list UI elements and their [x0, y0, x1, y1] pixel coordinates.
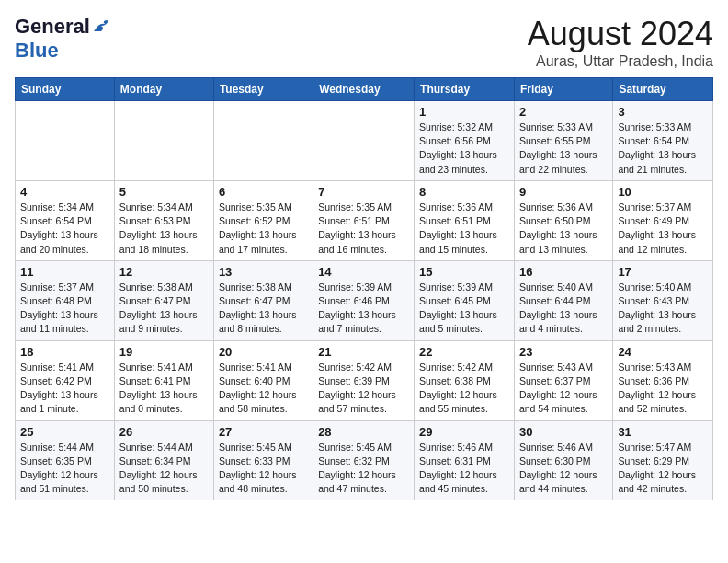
calendar-header-wednesday: Wednesday [313, 78, 415, 101]
calendar-cell: 29Sunrise: 5:46 AMSunset: 6:31 PMDayligh… [415, 420, 515, 500]
day-number: 2 [519, 105, 608, 119]
logo: General Blue [15, 15, 112, 63]
day-info: Sunrise: 5:43 AMSunset: 6:37 PMDaylight:… [519, 361, 608, 417]
calendar-week-1: 1Sunrise: 5:32 AMSunset: 6:56 PMDaylight… [16, 101, 713, 181]
calendar-header-saturday: Saturday [613, 78, 713, 101]
calendar-week-3: 11Sunrise: 5:37 AMSunset: 6:48 PMDayligh… [16, 260, 713, 340]
day-info: Sunrise: 5:38 AMSunset: 6:47 PMDaylight:… [219, 281, 308, 337]
calendar-cell: 31Sunrise: 5:47 AMSunset: 6:29 PMDayligh… [613, 420, 713, 500]
calendar-header-tuesday: Tuesday [213, 78, 313, 101]
day-info: Sunrise: 5:34 AMSunset: 6:53 PMDaylight:… [119, 201, 209, 257]
day-number: 23 [519, 345, 608, 359]
calendar-cell [213, 101, 313, 181]
day-info: Sunrise: 5:39 AMSunset: 6:45 PMDaylight:… [419, 281, 509, 337]
calendar-cell [313, 101, 415, 181]
day-number: 20 [219, 345, 308, 359]
day-number: 6 [219, 185, 308, 199]
day-number: 24 [618, 345, 708, 359]
calendar-cell: 25Sunrise: 5:44 AMSunset: 6:35 PMDayligh… [16, 420, 115, 500]
calendar-cell: 6Sunrise: 5:35 AMSunset: 6:52 PMDaylight… [213, 180, 313, 260]
calendar-cell: 19Sunrise: 5:41 AMSunset: 6:41 PMDayligh… [114, 340, 213, 420]
day-number: 29 [419, 425, 509, 439]
day-info: Sunrise: 5:47 AMSunset: 6:29 PMDaylight:… [618, 441, 708, 497]
calendar-header-friday: Friday [514, 78, 612, 101]
calendar-cell: 14Sunrise: 5:39 AMSunset: 6:46 PMDayligh… [313, 260, 415, 340]
day-info: Sunrise: 5:38 AMSunset: 6:47 PMDaylight:… [119, 281, 209, 337]
calendar-cell: 13Sunrise: 5:38 AMSunset: 6:47 PMDayligh… [213, 260, 313, 340]
day-number: 13 [219, 265, 308, 279]
day-info: Sunrise: 5:33 AMSunset: 6:55 PMDaylight:… [519, 121, 608, 177]
logo-bird-icon [92, 18, 112, 35]
day-info: Sunrise: 5:42 AMSunset: 6:39 PMDaylight:… [318, 361, 409, 417]
day-number: 31 [618, 425, 708, 439]
day-number: 7 [318, 185, 409, 199]
day-info: Sunrise: 5:37 AMSunset: 6:48 PMDaylight:… [20, 281, 109, 337]
calendar-body: 1Sunrise: 5:32 AMSunset: 6:56 PMDaylight… [16, 101, 713, 500]
day-info: Sunrise: 5:46 AMSunset: 6:31 PMDaylight:… [419, 441, 509, 497]
day-info: Sunrise: 5:33 AMSunset: 6:54 PMDaylight:… [618, 121, 708, 177]
day-info: Sunrise: 5:36 AMSunset: 6:50 PMDaylight:… [519, 201, 608, 257]
calendar-cell: 21Sunrise: 5:42 AMSunset: 6:39 PMDayligh… [313, 340, 415, 420]
day-number: 5 [119, 185, 209, 199]
day-info: Sunrise: 5:45 AMSunset: 6:32 PMDaylight:… [318, 441, 409, 497]
day-info: Sunrise: 5:34 AMSunset: 6:54 PMDaylight:… [20, 201, 109, 257]
day-number: 14 [318, 265, 409, 279]
logo-blue: Blue [15, 39, 59, 63]
calendar-cell: 30Sunrise: 5:46 AMSunset: 6:30 PMDayligh… [514, 420, 612, 500]
day-info: Sunrise: 5:36 AMSunset: 6:51 PMDaylight:… [419, 201, 509, 257]
calendar-cell: 23Sunrise: 5:43 AMSunset: 6:37 PMDayligh… [514, 340, 612, 420]
calendar-cell: 22Sunrise: 5:42 AMSunset: 6:38 PMDayligh… [415, 340, 515, 420]
calendar-cell: 10Sunrise: 5:37 AMSunset: 6:49 PMDayligh… [613, 180, 713, 260]
day-number: 12 [119, 265, 209, 279]
day-info: Sunrise: 5:32 AMSunset: 6:56 PMDaylight:… [419, 121, 509, 177]
day-info: Sunrise: 5:46 AMSunset: 6:30 PMDaylight:… [519, 441, 608, 497]
day-info: Sunrise: 5:40 AMSunset: 6:44 PMDaylight:… [519, 281, 608, 337]
day-number: 17 [618, 265, 708, 279]
day-info: Sunrise: 5:42 AMSunset: 6:38 PMDaylight:… [419, 361, 509, 417]
calendar-cell: 17Sunrise: 5:40 AMSunset: 6:43 PMDayligh… [613, 260, 713, 340]
day-number: 25 [20, 425, 109, 439]
day-number: 1 [419, 105, 509, 119]
calendar-week-2: 4Sunrise: 5:34 AMSunset: 6:54 PMDaylight… [16, 180, 713, 260]
day-info: Sunrise: 5:41 AMSunset: 6:42 PMDaylight:… [20, 361, 109, 417]
day-number: 30 [519, 425, 608, 439]
day-number: 3 [618, 105, 708, 119]
calendar-table: SundayMondayTuesdayWednesdayThursdayFrid… [15, 77, 713, 500]
calendar-cell [16, 101, 115, 181]
day-number: 9 [519, 185, 608, 199]
calendar-cell: 24Sunrise: 5:43 AMSunset: 6:36 PMDayligh… [613, 340, 713, 420]
calendar-cell: 2Sunrise: 5:33 AMSunset: 6:55 PMDaylight… [514, 101, 612, 181]
logo-general: General [15, 15, 90, 39]
calendar-week-4: 18Sunrise: 5:41 AMSunset: 6:42 PMDayligh… [16, 340, 713, 420]
day-info: Sunrise: 5:41 AMSunset: 6:40 PMDaylight:… [219, 361, 308, 417]
day-number: 28 [318, 425, 409, 439]
subtitle: Auras, Uttar Pradesh, India [528, 53, 713, 70]
day-info: Sunrise: 5:43 AMSunset: 6:36 PMDaylight:… [618, 361, 708, 417]
day-info: Sunrise: 5:45 AMSunset: 6:33 PMDaylight:… [219, 441, 308, 497]
header: General Blue August 2024 Auras, Uttar Pr… [15, 15, 713, 70]
title-area: August 2024 Auras, Uttar Pradesh, India [528, 15, 713, 70]
day-number: 26 [119, 425, 209, 439]
calendar-week-5: 25Sunrise: 5:44 AMSunset: 6:35 PMDayligh… [16, 420, 713, 500]
day-number: 18 [20, 345, 109, 359]
calendar-cell [114, 101, 213, 181]
calendar-cell: 20Sunrise: 5:41 AMSunset: 6:40 PMDayligh… [213, 340, 313, 420]
day-number: 16 [519, 265, 608, 279]
calendar-cell: 9Sunrise: 5:36 AMSunset: 6:50 PMDaylight… [514, 180, 612, 260]
calendar-cell: 27Sunrise: 5:45 AMSunset: 6:33 PMDayligh… [213, 420, 313, 500]
calendar-header-thursday: Thursday [415, 78, 515, 101]
day-number: 11 [20, 265, 109, 279]
calendar-cell: 15Sunrise: 5:39 AMSunset: 6:45 PMDayligh… [415, 260, 515, 340]
day-info: Sunrise: 5:40 AMSunset: 6:43 PMDaylight:… [618, 281, 708, 337]
calendar-cell: 16Sunrise: 5:40 AMSunset: 6:44 PMDayligh… [514, 260, 612, 340]
calendar-cell: 11Sunrise: 5:37 AMSunset: 6:48 PMDayligh… [16, 260, 115, 340]
day-number: 19 [119, 345, 209, 359]
day-number: 22 [419, 345, 509, 359]
calendar-cell: 18Sunrise: 5:41 AMSunset: 6:42 PMDayligh… [16, 340, 115, 420]
day-info: Sunrise: 5:41 AMSunset: 6:41 PMDaylight:… [119, 361, 209, 417]
day-number: 27 [219, 425, 308, 439]
calendar-header-monday: Monday [114, 78, 213, 101]
calendar-cell: 28Sunrise: 5:45 AMSunset: 6:32 PMDayligh… [313, 420, 415, 500]
day-info: Sunrise: 5:44 AMSunset: 6:34 PMDaylight:… [119, 441, 209, 497]
calendar-cell: 8Sunrise: 5:36 AMSunset: 6:51 PMDaylight… [415, 180, 515, 260]
